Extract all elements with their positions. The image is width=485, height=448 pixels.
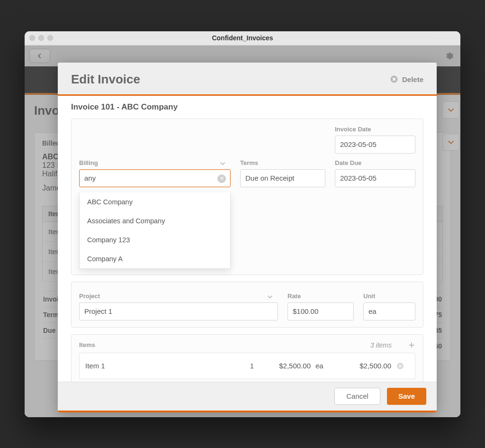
modal-subtitle: Invoice 101 - ABC Company: [58, 96, 437, 112]
app-window: Confident_Invoices Invo Billed T ABC Co …: [25, 31, 460, 417]
edit-invoice-modal: Edit Invoice Delete Invoice 101 - ABC Co…: [58, 63, 437, 412]
project-field: Project: [79, 293, 278, 320]
project-label: Project: [79, 293, 278, 300]
modal-header: Edit Invoice Delete: [58, 63, 437, 94]
terms-field: Terms: [240, 159, 325, 187]
chevron-left-icon: [36, 53, 43, 59]
cancel-button[interactable]: Cancel: [334, 388, 380, 405]
rate-input[interactable]: [287, 302, 354, 320]
terms-label: Terms: [240, 159, 325, 166]
invoice-date-field: Invoice Date: [335, 126, 415, 154]
clear-input-button[interactable]: ✕: [217, 174, 226, 183]
item-name: Item 1: [85, 362, 230, 370]
header-chevron-1[interactable]: [442, 101, 459, 119]
rate-field: Rate: [287, 293, 354, 320]
plus-icon: [408, 341, 415, 349]
delete-button[interactable]: Delete: [390, 75, 423, 83]
unit-field: Unit: [363, 293, 415, 320]
modal-body: Billing ✕ ABC Company Associates and Com…: [58, 112, 437, 382]
billing-dropdown: ABC Company Associates and Company Compa…: [79, 192, 231, 269]
delete-label: Delete: [402, 75, 423, 83]
items-count: 3 items: [370, 341, 392, 349]
rate-label: Rate: [287, 293, 354, 300]
billing-field: Billing ✕ ABC Company Associates and Com…: [79, 159, 231, 187]
minimize-icon[interactable]: [38, 35, 44, 41]
unit-label: Unit: [363, 293, 415, 300]
traffic-lights[interactable]: [29, 35, 53, 41]
remove-item-button[interactable]: [396, 362, 409, 370]
items-header: Items 3 items: [79, 341, 415, 349]
date-due-field: Date Due: [335, 159, 415, 187]
close-circle-icon: [390, 75, 398, 83]
project-input[interactable]: [79, 302, 278, 320]
terms-input[interactable]: [240, 169, 325, 187]
item-row: Item 1 1 $2,500.00 ea $2,500.00: [79, 353, 415, 379]
item-price: $2,500.00: [259, 362, 311, 370]
zoom-icon[interactable]: [47, 35, 53, 41]
modal-accent-bottom: [58, 411, 437, 412]
header-panel: Billing ✕ ABC Company Associates and Com…: [71, 119, 423, 275]
items-panel: Items 3 items Item 1 1 $2,500.00 ea $2,5…: [71, 334, 423, 382]
date-due-label: Date Due: [335, 159, 415, 166]
gear-icon: [444, 51, 454, 61]
back-button[interactable]: [29, 49, 50, 63]
date-due-input[interactable]: [335, 169, 415, 187]
modal-title: Edit Invoice: [71, 72, 140, 87]
chevron-down-icon: [447, 106, 455, 114]
dropdown-option[interactable]: Associates and Company: [80, 211, 230, 230]
modal-footer: Cancel Save: [58, 382, 437, 411]
save-button[interactable]: Save: [387, 388, 426, 405]
invoice-date-label: Invoice Date: [335, 126, 415, 133]
close-circle-icon: [396, 362, 404, 370]
billing-label: Billing: [79, 159, 231, 166]
close-icon[interactable]: [29, 35, 35, 41]
window-title: Confident_Invoices: [212, 34, 273, 42]
header-chevron-2[interactable]: [442, 134, 459, 151]
project-panel: Project Rate Unit: [71, 282, 423, 328]
dropdown-option[interactable]: ABC Company: [80, 192, 230, 211]
unit-input[interactable]: [363, 302, 415, 320]
chevron-down-icon: [447, 138, 455, 146]
dropdown-option[interactable]: Company 123: [80, 230, 230, 249]
settings-button[interactable]: [444, 51, 454, 61]
invoice-date-input[interactable]: [335, 136, 415, 154]
add-item-button[interactable]: [408, 341, 415, 349]
titlebar: Confident_Invoices: [25, 31, 460, 46]
items-label: Items: [79, 341, 95, 348]
item-total: $2,500.00: [339, 362, 391, 370]
item-unit: ea: [315, 362, 334, 370]
dropdown-option[interactable]: Company A: [80, 249, 230, 268]
billing-input[interactable]: [79, 169, 231, 187]
